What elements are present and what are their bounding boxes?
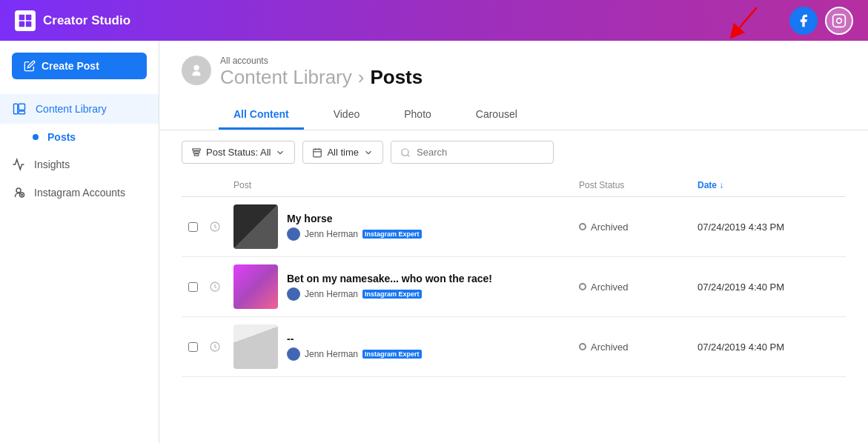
row-1-status: Archived	[579, 221, 698, 233]
row-2-author: Jenn Herman Instagram Expert	[287, 287, 492, 301]
row-1-date: 07/24/2019 4:43 PM	[698, 221, 846, 233]
row-3-date: 07/24/2019 4:40 PM	[698, 342, 846, 353]
svg-rect-20	[314, 149, 322, 157]
svg-line-8	[735, 7, 757, 33]
row-1-badge: Instagram Expert	[362, 230, 422, 239]
account-avatar	[182, 56, 211, 85]
tab-carousel[interactable]: Carousel	[461, 101, 532, 130]
row-3-status: Archived	[579, 342, 698, 353]
svg-rect-9	[14, 104, 18, 114]
row-3-checkbox[interactable]	[182, 342, 204, 352]
instagram-accounts-label: Instagram Accounts	[34, 187, 125, 199]
row-3-author-name: Jenn Herman	[305, 349, 358, 359]
row-3-clock	[204, 341, 226, 353]
row-3-author: Jenn Herman Instagram Expert	[287, 347, 422, 361]
content-library-icon	[12, 101, 27, 116]
row-2-checkbox[interactable]	[182, 282, 204, 292]
facebook-icon[interactable]	[789, 7, 818, 35]
tab-video[interactable]: Video	[319, 101, 375, 130]
row-1-post: My horse Jenn Herman Instagram Expert	[226, 204, 579, 249]
header-post: Post	[226, 180, 579, 190]
header-text-area: All accounts Content Library › Posts	[220, 56, 423, 98]
svg-rect-10	[19, 104, 24, 110]
row-1-thumbnail	[233, 204, 278, 249]
svg-point-5	[837, 18, 842, 23]
sidebar-item-posts[interactable]: Posts	[0, 124, 159, 150]
main-content: All accounts Content Library › Posts All…	[159, 41, 868, 443]
tabs: All Content Video Photo Carousel	[219, 101, 846, 130]
row-3-thumbnail	[233, 324, 278, 369]
posts-label: Posts	[47, 131, 76, 143]
svg-point-24	[402, 148, 408, 155]
all-accounts-label: All accounts	[220, 56, 423, 66]
topbar: Creator Studio	[0, 0, 868, 41]
row-1-author: Jenn Herman Instagram Expert	[287, 227, 422, 241]
row-2-avatar	[287, 287, 300, 301]
tab-all-content[interactable]: All Content	[219, 101, 304, 130]
table-row: Bet on my namesake... who won the race! …	[182, 257, 846, 317]
create-post-button[interactable]: Create Post	[12, 53, 147, 79]
topbar-left: Creator Studio	[15, 10, 130, 31]
row-2-post: Bet on my namesake... who won the race! …	[226, 264, 579, 309]
breadcrumb-arrow: ›	[358, 66, 365, 89]
row-2-badge: Instagram Expert	[362, 290, 422, 299]
svg-rect-0	[19, 14, 25, 20]
topbar-title: Creator Studio	[43, 13, 130, 28]
post-status-filter[interactable]: Post Status: All	[182, 141, 295, 164]
sidebar-item-insights[interactable]: Insights	[0, 150, 159, 179]
row-2-date: 07/24/2019 4:40 PM	[698, 282, 846, 293]
tab-photo[interactable]: Photo	[389, 101, 446, 130]
content-library-label: Content Library	[36, 103, 107, 115]
row-3-post: -- Jenn Herman Instagram Expert	[226, 324, 579, 369]
row-2-clock	[204, 281, 226, 293]
svg-point-16	[193, 65, 199, 70]
posts-dot	[33, 134, 39, 140]
row-2-title: Bet on my namesake... who won the race!	[287, 273, 492, 284]
breadcrumb-child: Posts	[370, 66, 423, 89]
breadcrumb-title: Content Library › Posts	[220, 66, 423, 89]
row-2-status: Archived	[579, 282, 698, 293]
svg-rect-3	[26, 21, 32, 27]
header-status: Post Status	[579, 180, 698, 190]
svg-rect-2	[19, 21, 25, 27]
row-1-checkbox[interactable]	[182, 222, 204, 232]
all-time-filter[interactable]: All time	[302, 141, 383, 164]
sidebar-item-content-library[interactable]: Content Library	[0, 94, 159, 124]
topbar-icons	[789, 7, 853, 35]
table-row: -- Jenn Herman Instagram Expert Archived…	[182, 317, 846, 377]
layout: Create Post Content Library Posts Insigh…	[0, 41, 868, 443]
row-2-thumbnail	[233, 264, 278, 309]
svg-rect-11	[19, 111, 24, 114]
row-2-info: Bet on my namesake... who won the race! …	[287, 273, 492, 301]
row-1-author-name: Jenn Herman	[305, 229, 358, 239]
instagram-icon[interactable]	[825, 7, 853, 35]
row-3-status-dot	[579, 343, 586, 350]
row-1-avatar	[287, 227, 300, 241]
search-input[interactable]	[417, 147, 543, 158]
row-2-status-dot	[579, 283, 586, 290]
row-1-clock	[204, 221, 226, 233]
breadcrumb-parent: Content Library	[220, 66, 352, 89]
sidebar: Create Post Content Library Posts Insigh…	[0, 41, 159, 443]
creator-studio-logo	[15, 10, 36, 31]
post-status-label: Post Status: All	[206, 147, 271, 158]
row-1-status-dot	[579, 223, 586, 230]
row-1-title: My horse	[287, 213, 422, 224]
header-date[interactable]: Date ↓	[698, 180, 846, 190]
all-time-label: All time	[327, 147, 359, 158]
row-3-info: -- Jenn Herman Instagram Expert	[287, 333, 422, 361]
svg-rect-1	[26, 14, 32, 20]
search-wrap	[391, 141, 554, 164]
toolbar: Post Status: All All time	[159, 130, 868, 174]
search-icon	[400, 147, 411, 158]
svg-line-25	[408, 154, 410, 156]
insights-label: Insights	[34, 159, 70, 170]
svg-rect-18	[193, 151, 199, 153]
svg-rect-19	[194, 153, 199, 155]
svg-point-12	[16, 188, 21, 193]
row-3-title: --	[287, 333, 422, 344]
main-header: All accounts Content Library › Posts All…	[159, 41, 868, 130]
svg-rect-4	[833, 14, 846, 27]
sidebar-item-instagram-accounts[interactable]: Instagram Accounts	[0, 179, 159, 207]
row-3-badge: Instagram Expert	[362, 350, 422, 359]
